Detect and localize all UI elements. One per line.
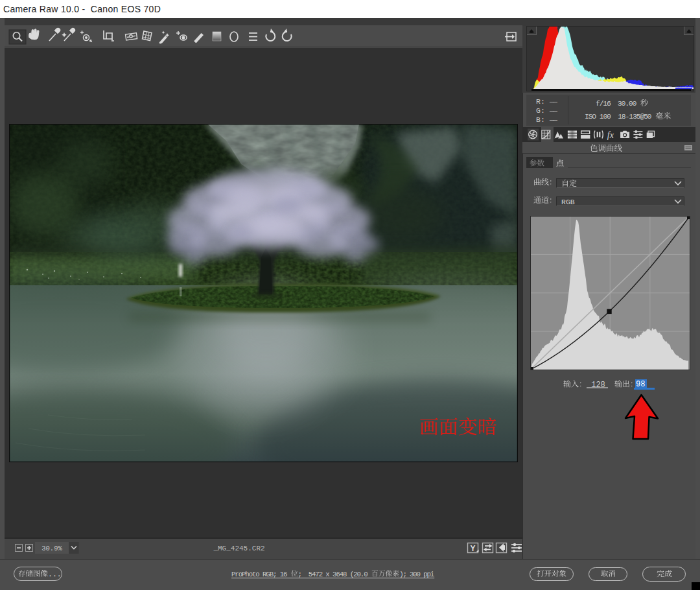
- svg-text:...: ...: [48, 570, 62, 578]
- svg-text:Y: Y: [470, 544, 475, 553]
- svg-text:fx: fx: [607, 130, 614, 140]
- svg-text:30.9%: 30.9%: [41, 545, 62, 552]
- svg-text:); 300 ppi: ); 300 ppi: [400, 571, 435, 578]
- svg-text:f/16 30.00: f/16 30.00: [596, 99, 640, 108]
- svg-text:ISO 100 18-135@50: ISO 100 18-135@50: [585, 112, 655, 121]
- svg-text:_MG_4245.CR2: _MG_4245.CR2: [213, 545, 264, 552]
- svg-text:; 5472 x 3648 (20.0: ; 5472 x 3648 (20.0: [298, 571, 371, 578]
- svg-text:ProPhoto RGB; 16: ProPhoto RGB; 16: [231, 571, 291, 578]
